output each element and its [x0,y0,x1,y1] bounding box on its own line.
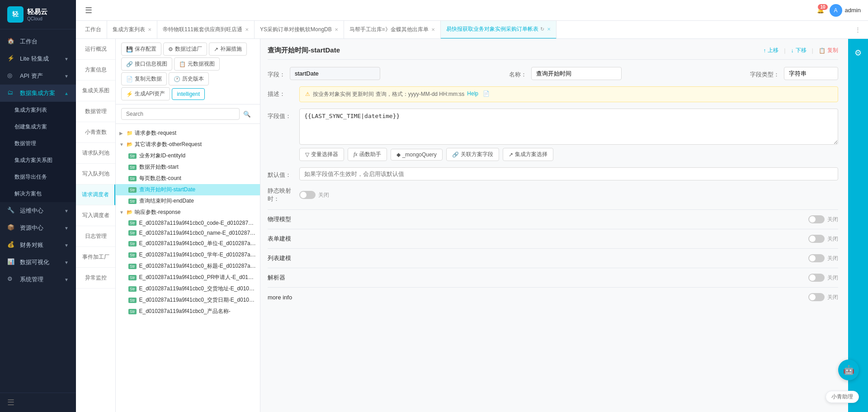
left-panel-log-mgmt[interactable]: 日志管理 [76,226,115,247]
left-panel-write-pool[interactable]: 写入队列池 [76,164,115,185]
sidebar-item-plan-relation[interactable]: 集成方案关系图 [0,152,76,169]
field-value-input[interactable] [290,67,380,80]
static-map-toggle[interactable]: 关闭 [299,191,329,199]
sidebar-item-solution-pkg[interactable]: 解决方案包 [0,185,76,202]
tree-item-delivery-date[interactable]: Str E_d010287a119a9f41cbc0_交货日期-E_d01028… [116,294,260,306]
form-model-toggle[interactable]: 关闭 [808,235,838,243]
tree-item-pr-applicant[interactable]: Str E_d010287a119a9f41cbc0_PR申请人-E_d0102… [116,272,260,283]
tree-item-product-name[interactable]: Str E_d010287a119a9f41cbc0_产品名称- [116,306,260,317]
tab-close-icon[interactable]: ✕ [335,27,338,32]
meta-view-btn[interactable]: 📋 元数据视图 [174,57,220,71]
tree-item-title-full[interactable]: Str E_d010287a119a9f41cbc0_标题-E_d010287a… [116,260,260,272]
tree-item-name-full[interactable]: Str E_d010287a119a9f41cbc0_name-E_d01028… [116,228,260,238]
search-input[interactable] [121,108,240,120]
sidebar-item-lite[interactable]: ⚡ Lite 轻集成 ▼ [0,50,76,67]
reload-icon[interactable]: ↻ [540,26,544,32]
history-btn[interactable]: 🕐 历史版本 [169,72,209,85]
sidebar-item-finance[interactable]: 💰 财务对账 ▼ [0,237,76,254]
tree-item-year-full[interactable]: Str E_d010287a119a9f41cbc0_学年-E_d010287a… [116,249,260,260]
copy-data-btn[interactable]: 📄 复制元数据 [121,72,167,85]
tab-tid-supply[interactable]: 帝特物联111账套供应商到旺店通 ✕ [157,21,255,39]
toggle-switch[interactable] [299,191,316,199]
toggle-switch[interactable] [808,235,825,243]
tab-close-icon[interactable]: ✕ [547,27,551,32]
tab-close-icon[interactable]: ✕ [431,27,435,32]
left-panel-xiao-qing[interactable]: 小青查数 [76,122,115,143]
assistant-btn[interactable]: 🤖 [838,360,859,380]
settings-gear-btn[interactable]: ⚙ [848,39,868,412]
default-value-input[interactable] [299,167,838,180]
field-value-textarea[interactable] [299,109,838,145]
tab-ys-purchase[interactable]: YS采购订单对接帆软MongDB ✕ [255,21,344,39]
gen-api-btn[interactable]: ⚡ 生成API资产 [121,87,170,100]
down-btn[interactable]: ↓ 下移 [791,47,807,54]
toggle-switch[interactable] [808,293,825,301]
tree-item-code-full[interactable]: Str E_d010287a119a9f41cbc0_code-E_d01028… [116,218,260,228]
tab-integration-list[interactable]: 集成方案列表 ✕ [107,21,157,39]
parser-toggle[interactable]: 关闭 [808,274,838,282]
related-field-btn[interactable]: 🔗 关联方案字段 [446,148,499,161]
toggle-switch[interactable] [808,254,825,262]
copy-btn[interactable]: 📋 复制 [819,47,838,54]
sidebar-item-sys-mgmt[interactable]: ⚙ 系统管理 ▼ [0,271,76,288]
tab-yibao[interactable]: 易快报获取业务对象实例采购订单帐表 ↻ ✕ [441,21,557,39]
menu-toggle-icon[interactable]: ☰ [83,4,94,17]
left-panel-error-monitor[interactable]: 异常监控 [76,268,115,289]
notification-btn[interactable]: 🔔 10 [817,7,824,14]
sidebar-item-data-mgmt[interactable]: 数据管理 [0,135,76,152]
variable-selector-btn[interactable]: ▽ 变量选择器 [299,148,344,161]
sidebar-item-api[interactable]: ◎ API 资产 ▼ [0,67,76,85]
save-config-btn[interactable]: 💾 保存配置 [121,43,161,56]
tabs-more-btn[interactable]: ⋮ [851,24,864,35]
tree-item-page-count[interactable]: Str 每页数总数-count [116,173,260,184]
tree-item-entity-id[interactable]: Str 业务对象ID-entityId [116,150,260,161]
sidebar-collapse-btn[interactable]: ☰ [7,398,69,407]
sidebar-item-ops[interactable]: 🔧 运维中心 ▼ [0,202,76,219]
tab-workbench[interactable]: 工作台 [80,21,107,39]
help-link[interactable]: Help [467,90,478,97]
left-panel-event-factory[interactable]: 事件加工厂 [76,247,115,268]
tree-item-start-date[interactable]: Str 查询开始时间-startDate [116,184,260,195]
list-model-toggle[interactable]: 关闭 [808,254,838,262]
up-btn[interactable]: ↑ 上移 [763,47,778,54]
tab-close-icon[interactable]: ✕ [148,27,151,32]
func-helper-btn[interactable]: fx 函数助手 [348,148,387,161]
physical-model-toggle[interactable]: 关闭 [808,215,838,223]
supplement-btn[interactable]: ↗ 补漏措施 [209,43,247,56]
left-panel-request-debugger[interactable]: 请求调度者 [76,185,115,205]
sidebar-item-data-export[interactable]: 数据导出任务 [0,169,76,185]
sidebar-item-resource[interactable]: 📦 资源中心 ▼ [0,219,76,237]
tab-close-icon[interactable]: ✕ [245,27,249,32]
tree-item-other-request[interactable]: ▼ 📂 其它请求参数-otherRequest [116,139,260,150]
left-panel-request-pool[interactable]: 请求队列池 [76,143,115,164]
sidebar-item-data-integration[interactable]: 🗂 数据集成方案 ▲ [0,85,76,102]
tree-item-end-date[interactable]: Str 查询结束时间-endDate [116,195,260,207]
tree-item-data-start[interactable]: Str 数据开始数-start [116,161,260,173]
left-panel-integration-map[interactable]: 集成关系图 [76,81,115,101]
interface-map-btn[interactable]: 🔗 接口信息视图 [121,57,172,71]
sidebar-item-create-plan[interactable]: 创建集成方案 [0,118,76,135]
tree-item-request-params[interactable]: ▶ 📁 请求参数-request [116,128,260,139]
intelligent-btn[interactable]: intelligent [172,88,205,100]
more-info-toggle[interactable]: 关闭 [808,293,838,301]
sidebar-item-workbench[interactable]: 🏠 工作台 [0,33,76,50]
data-filter-btn[interactable]: ⚙ 数据过滤厂 [163,43,207,56]
sidebar-item-integration-list[interactable]: 集成方案列表 [0,102,76,118]
tree-item-delivery-addr[interactable]: Str E_d010287a119a9f41cbc0_交货地址-E_d01028… [116,283,260,294]
mongo-query-btn[interactable]: ◆ _mongoQuery [391,149,443,161]
tree-item-response[interactable]: ▼ 📂 响应参数-response [116,207,260,218]
name-value-input[interactable] [531,67,622,80]
toggle-switch[interactable] [808,274,825,282]
left-panel-data-mgmt[interactable]: 数据管理 [76,101,115,122]
sidebar-item-data-visual[interactable]: 📊 数据可视化 ▼ [0,254,76,271]
tab-mahang[interactable]: 马帮手工出库=》金蝶其他出库单 ✕ [344,21,441,39]
user-info[interactable]: A admin [830,4,861,17]
type-select[interactable]: 字符串 [784,67,838,80]
plan-select-btn[interactable]: ↗ 集成方案选择 [503,148,553,161]
left-panel-overview[interactable]: 运行概况 [76,39,115,60]
tree-item-unit-full[interactable]: Str E_d010287a119a9f41cbc0_单位-E_d010287a… [116,238,260,249]
left-panel-plan-info[interactable]: 方案信息 [76,60,115,81]
doc-link[interactable]: 📄 [483,90,490,97]
left-panel-write-debugger[interactable]: 写入调度者 [76,205,115,226]
toggle-switch[interactable] [808,215,825,223]
